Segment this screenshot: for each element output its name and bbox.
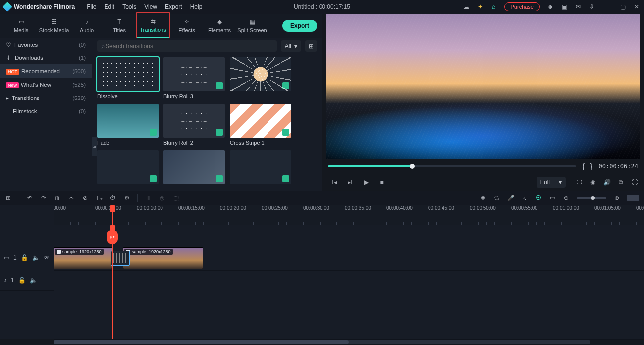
video-clip[interactable]: sample_1920x1280 [54,247,112,269]
transition-thumb[interactable] [97,57,159,91]
message-icon[interactable]: ✉ [575,3,582,10]
transition-thumb[interactable] [97,150,159,184]
zoom-out-icon[interactable]: ⊖ [563,195,570,201]
menu-tools[interactable]: Tools [122,3,136,10]
sidebar-item-whatsnew[interactable]: NewWhat's New(525) [0,78,92,91]
track-lanes[interactable]: sample_1920x1280sample_1920x1280 ✂ [54,225,644,339]
mic-icon[interactable]: ⇩ [589,3,595,10]
transition-card[interactable]: ←·→ ←·→←·→ ←·→←·→ ←·→Blurry Roll 3 [163,57,225,99]
tab-effects[interactable]: ✧Effects [170,14,203,38]
next-frame-icon[interactable]: ▸I [347,179,354,186]
adjust-icon[interactable]: ⚙ [123,195,130,201]
align-icon[interactable]: ⦿ [535,195,542,201]
filter-dropdown[interactable]: All▾ [281,40,301,52]
cut-icon[interactable]: ✂ [68,195,75,201]
tab-audio[interactable]: ♪Audio [70,14,103,38]
zoom-slider[interactable] [577,197,606,199]
text-icon[interactable]: T₊ [96,195,103,201]
download-icon[interactable] [282,129,289,136]
video-clip[interactable]: sample_1920x1280 [123,247,203,269]
marker-blocks-icon[interactable] [627,195,639,201]
search-input-wrap[interactable]: ⌕ [97,40,277,52]
sidebar-item-transitions[interactable]: ▸Transitions(520) [0,91,92,104]
stop-icon[interactable]: ■ [378,179,385,186]
scissor-marker[interactable]: ✂ [107,230,118,244]
voiceover-icon[interactable]: ⫴ [145,195,152,201]
play-icon[interactable]: ▶ [363,179,370,186]
lightbulb-icon[interactable]: ✦ [477,3,483,10]
transition-thumb[interactable] [97,104,159,138]
speed-icon[interactable]: ⏱ [109,195,116,201]
sidebar-collapse-handle[interactable]: ◂ [92,137,97,156]
delete-icon[interactable]: 🗑 [54,195,61,201]
sidebar-item-filmstock[interactable]: Filmstock(0) [0,104,92,118]
sidebar-item-downloads[interactable]: ⭳Downloads(1) [0,51,92,64]
tab-transitions[interactable]: ⇆Transitions [137,13,169,38]
tab-media[interactable]: ▭Media [5,14,38,38]
search-input[interactable] [105,42,273,50]
download-icon[interactable] [216,175,223,182]
transition-card[interactable]: Dissolve [97,57,159,99]
tab-stockmedia[interactable]: ☷Stock Media [38,14,70,38]
volume-icon[interactable]: 🔊 [603,179,610,186]
pip-icon[interactable]: ⧉ [617,179,624,186]
layout-icon[interactable]: ⊞ [5,195,12,201]
audio-track-head[interactable]: ♪ 1 🔓 🔈 [0,270,54,291]
transition-thumb[interactable] [230,104,291,138]
mute-icon[interactable]: 🔈 [30,277,37,284]
transition-card[interactable]: ←·→ ←·→←·→ ←·→←·→ ←·→Blurry Roll 2 [163,104,225,146]
download-icon[interactable] [150,129,157,136]
redo-icon[interactable]: ↷ [40,195,47,201]
transition-marker[interactable] [111,251,130,266]
lock-icon[interactable]: 🔓 [18,277,26,284]
transition-thumb[interactable]: ←·→ ←·→←·→ ←·→←·→ ←·→ [163,104,225,138]
sidebar-item-recommended[interactable]: HOTRecommended(500) [0,64,92,78]
quality-dropdown[interactable]: Full▾ [537,177,566,188]
visibility-icon[interactable]: 👁 [44,254,50,261]
menu-file[interactable]: File [87,3,96,10]
menu-help[interactable]: Help [190,3,203,10]
menu-view[interactable]: View [144,3,157,10]
menu-export[interactable]: Export [165,3,182,10]
download-icon[interactable] [150,175,157,182]
headset-icon[interactable]: ⌂ [490,3,497,10]
transition-thumb[interactable]: ←·→ ←·→←·→ ←·→←·→ ←·→ [163,57,225,91]
minimize-icon[interactable]: ― [605,3,612,10]
record-icon[interactable]: ◎ [159,195,165,201]
zoom-in-icon[interactable]: ⊕ [613,195,620,201]
user-avatar-icon[interactable]: ☻ [547,3,554,10]
video-track-head[interactable]: ▭ 1 🔓 🔈 👁 [0,246,54,270]
close-icon[interactable]: ✕ [633,3,640,10]
transition-card[interactable] [163,150,225,186]
audio-lane[interactable] [54,271,644,291]
tab-splitscreen[interactable]: ▦Split Screen [236,14,268,38]
transition-thumb[interactable] [230,150,291,184]
transition-card[interactable]: Cross Stripe 1 [230,104,291,146]
download-icon[interactable] [282,175,289,182]
mute-icon[interactable]: 🔈 [32,254,40,261]
color-icon[interactable]: ✺ [480,195,486,201]
prev-frame-icon[interactable]: I◂ [331,179,338,186]
mark-out-button[interactable]: } [590,162,593,170]
tab-elements[interactable]: ◆Elements [203,14,236,38]
transition-card[interactable] [230,57,291,99]
tab-titles[interactable]: TTitles [103,14,136,38]
greenscreen-icon[interactable]: ⬚ [172,195,179,201]
menu-edit[interactable]: Edit [104,3,114,10]
export-button[interactable]: Export [282,20,317,32]
monitor-icon[interactable]: 🖵 [576,179,583,186]
fullscreen-icon[interactable]: ⛶ [631,179,638,186]
mark-in-button[interactable]: { [582,162,585,170]
crop-denoise-icon[interactable]: ⊘ [82,195,89,201]
transition-card[interactable] [97,150,159,186]
grid-view-toggle[interactable]: ⊞ [305,40,317,52]
transition-thumb[interactable] [230,57,291,91]
video-lane[interactable]: sample_1920x1280sample_1920x1280 [54,246,644,271]
lock-icon[interactable]: 🔓 [21,254,28,261]
audio-mixer-icon[interactable]: ♫ [521,195,528,201]
timeline-scrollbar[interactable] [0,339,644,345]
download-icon[interactable] [216,129,223,136]
sidebar-item-favorites[interactable]: ♡Favorites(0) [0,38,92,51]
snapshot-icon[interactable]: ◉ [590,179,596,186]
time-ruler[interactable]: 00:0000:00:05:0000:00:10:0000:00:15:0000… [54,205,644,225]
